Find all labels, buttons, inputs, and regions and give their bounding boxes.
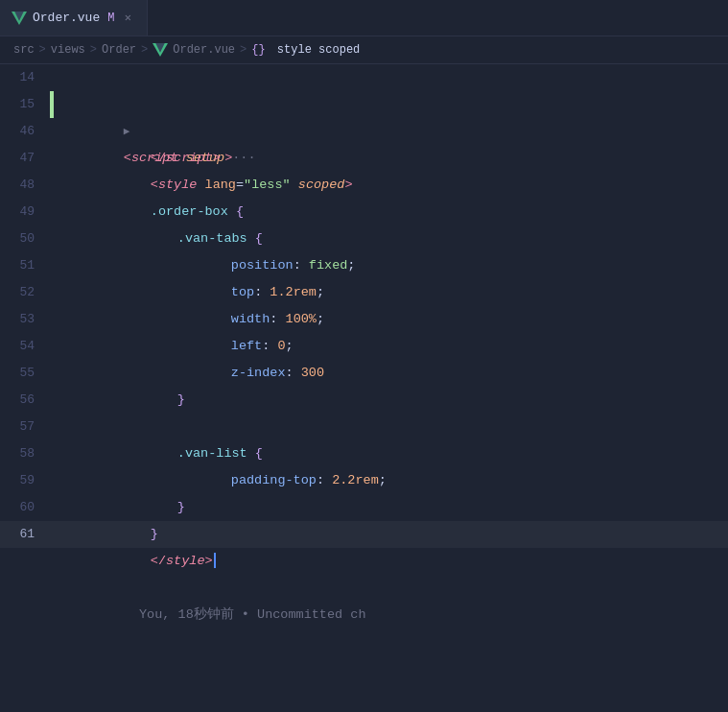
line-number-56: 56 [0, 387, 50, 414]
line-number-54: 54 [0, 333, 50, 360]
tab-close-button[interactable]: ✕ [120, 11, 135, 26]
breadcrumb-order: Order [102, 43, 136, 57]
tab-filename: Order.vue [33, 11, 100, 25]
line-indicator-56 [50, 387, 54, 414]
line-52: 52 width: 100%; [0, 279, 728, 306]
breadcrumb-filename: Order.vue [173, 43, 235, 57]
line-number-61: 61 [0, 521, 50, 548]
breadcrumb-braces: {} [251, 43, 265, 57]
code-area: 14 15 ▶ <script setup>··· 46 </script> 4… [0, 64, 728, 709]
line-number-53: 53 [0, 306, 50, 333]
line-59: 59 } [0, 467, 728, 494]
line-number-14: 14 [0, 64, 50, 91]
breadcrumb-sep4: > [240, 43, 247, 57]
line-15: 15 ▶ <script setup>··· [0, 91, 728, 118]
file-tab[interactable]: Order.vue M ✕ [0, 0, 148, 36]
line-number-52: 52 [0, 279, 50, 306]
breadcrumb-views: views [51, 43, 85, 57]
code-git-blame: You, 18秒钟前 • Uncommitted ch [61, 607, 365, 649]
vue-tab-icon [12, 11, 27, 26]
line-number-47: 47 [0, 145, 50, 172]
line-number-46: 46 [0, 118, 50, 145]
tab-bar: Order.vue M ✕ [0, 0, 728, 36]
blame-sep: • [242, 607, 249, 622]
line-number-57: 57 [0, 414, 50, 440]
line-number-55: 55 [0, 360, 50, 387]
line-61: 61 </style> You, 18秒钟前 • Uncommitted ch [0, 521, 728, 548]
line-53: 53 left: 0; [0, 306, 728, 333]
blame-author: You [139, 607, 162, 622]
code-editor: 14 15 ▶ <script setup>··· 46 </script> 4… [0, 64, 728, 709]
line-56: 56 [0, 387, 728, 414]
line-50: 50 position: fixed; [0, 225, 728, 252]
line-number-59: 59 [0, 467, 50, 494]
line-54: 54 z-index: 300 [0, 333, 728, 360]
breadcrumb-style-scoped: style scoped [270, 43, 361, 57]
code-style-close-gt: > [205, 554, 213, 568]
line-57: 57 .van-list { [0, 414, 728, 440]
breadcrumb-sep3: > [141, 43, 148, 57]
line-60: 60 } [0, 494, 728, 521]
line-14: 14 [0, 64, 728, 91]
breadcrumb-src: src [13, 43, 35, 57]
breadcrumb: src > views > Order > Order.vue > {} sty… [0, 36, 728, 64]
blame-time: 18秒钟前 [178, 607, 234, 622]
blame-status: Uncommitted ch [257, 607, 365, 622]
breadcrumb-sep2: > [90, 43, 97, 57]
line-content-61: </style> You, 18秒钟前 • Uncommitted ch [54, 521, 365, 682]
line-number-48: 48 [0, 172, 50, 199]
line-number-51: 51 [0, 252, 50, 279]
tab-modified: M [107, 12, 114, 25]
line-indicator-14 [50, 64, 54, 91]
line-55: 55 } [0, 360, 728, 387]
breadcrumb-vue-icon [153, 42, 168, 58]
line-number-60: 60 [0, 494, 50, 521]
line-number-58: 58 [0, 440, 50, 467]
code-style-close-lt: </ [151, 554, 166, 568]
line-number-49: 49 [0, 199, 50, 225]
line-49: 49 .van-tabs { [0, 199, 728, 225]
line-number-15: 15 [0, 91, 50, 118]
line-46: 46 </script> [0, 118, 728, 145]
line-51: 51 top: 1.2rem; [0, 252, 728, 279]
line-58: 58 padding-top: 2.2rem; [0, 440, 728, 467]
breadcrumb-sep1: > [39, 43, 46, 57]
line-number-50: 50 [0, 225, 50, 252]
line-48: 48 .order-box { [0, 172, 728, 199]
code-close-style-tag: style [166, 554, 205, 568]
line-47: 47 <style lang="less" scoped> [0, 145, 728, 172]
